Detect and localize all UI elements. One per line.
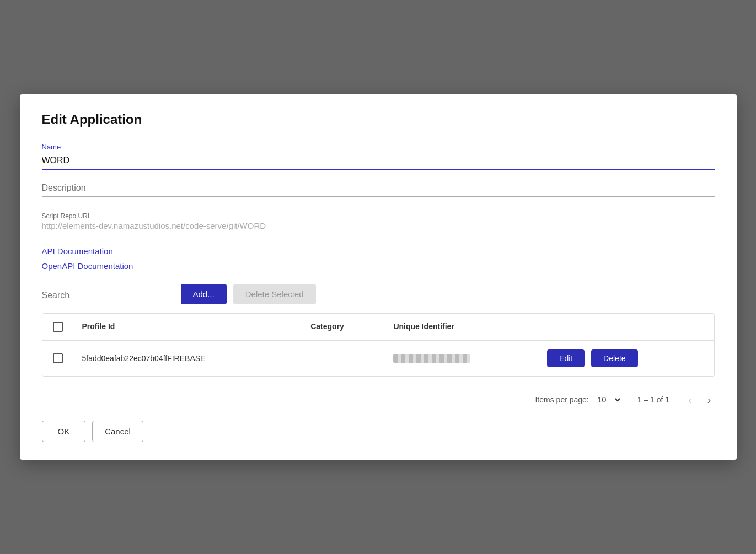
script-repo-label: Script Repo URL <box>42 212 715 220</box>
items-per-page-label: Items per page: <box>535 395 588 404</box>
unique-identifier-header: Unique Identifier <box>384 314 538 340</box>
profiles-table: Profile Id Category Unique Identifier 5f… <box>42 314 714 376</box>
select-all-checkbox[interactable] <box>53 322 63 332</box>
dialog-actions: OK Cancel <box>42 421 715 442</box>
description-field-group <box>42 181 715 201</box>
row-actions-cell: Edit Delete <box>538 340 714 376</box>
dialog-title: Edit Application <box>42 112 715 127</box>
name-label: Name <box>42 143 715 151</box>
api-documentation-link[interactable]: API Documentation <box>42 246 715 256</box>
name-input[interactable] <box>42 153 715 170</box>
prev-page-button[interactable]: ‹ <box>685 392 695 407</box>
unique-identifier-value <box>393 354 470 363</box>
select-all-header <box>42 314 73 340</box>
search-input[interactable] <box>42 288 174 304</box>
ok-button[interactable]: OK <box>42 421 86 442</box>
script-repo-field-group: Script Repo URL http://elements-dev.nama… <box>42 212 715 235</box>
row-checkbox-cell <box>42 340 73 376</box>
profiles-table-container: Profile Id Category Unique Identifier 5f… <box>42 313 715 376</box>
openapi-documentation-link[interactable]: OpenAPI Documentation <box>42 261 715 271</box>
add-button[interactable]: Add... <box>181 284 227 304</box>
next-page-button[interactable]: › <box>704 392 715 407</box>
script-repo-value: http://elements-dev.namazustudios.net/co… <box>42 221 715 235</box>
category-cell <box>302 340 384 376</box>
edit-application-dialog: Edit Application Name Script Repo URL ht… <box>20 94 737 459</box>
items-per-page-select[interactable]: 5 10 25 100 <box>593 394 622 406</box>
cancel-button[interactable]: Cancel <box>92 421 143 442</box>
profile-id-cell: 5fadd0eafab22ec07b04ffFIREBASE <box>73 340 302 376</box>
table-row: 5fadd0eafab22ec07b04ffFIREBASE Edit Dele… <box>42 340 714 376</box>
items-per-page-control: Items per page: 5 10 25 100 <box>535 394 621 406</box>
search-add-row: Add... Delete Selected <box>42 284 715 304</box>
delete-row-button[interactable]: Delete <box>591 349 637 367</box>
category-header: Category <box>302 314 384 340</box>
unique-identifier-cell <box>384 340 538 376</box>
page-info: 1 – 1 of 1 <box>637 395 669 404</box>
links-section: API Documentation OpenAPI Documentation <box>42 246 715 271</box>
name-field-group: Name <box>42 143 715 170</box>
row-checkbox[interactable] <box>53 353 63 363</box>
delete-selected-button[interactable]: Delete Selected <box>233 284 316 304</box>
pagination-row: Items per page: 5 10 25 100 1 – 1 of 1 ‹… <box>42 388 715 416</box>
description-input[interactable] <box>42 181 715 197</box>
edit-row-button[interactable]: Edit <box>547 349 585 367</box>
table-header-row: Profile Id Category Unique Identifier <box>42 314 714 340</box>
profile-id-header: Profile Id <box>73 314 302 340</box>
actions-header <box>538 314 714 340</box>
